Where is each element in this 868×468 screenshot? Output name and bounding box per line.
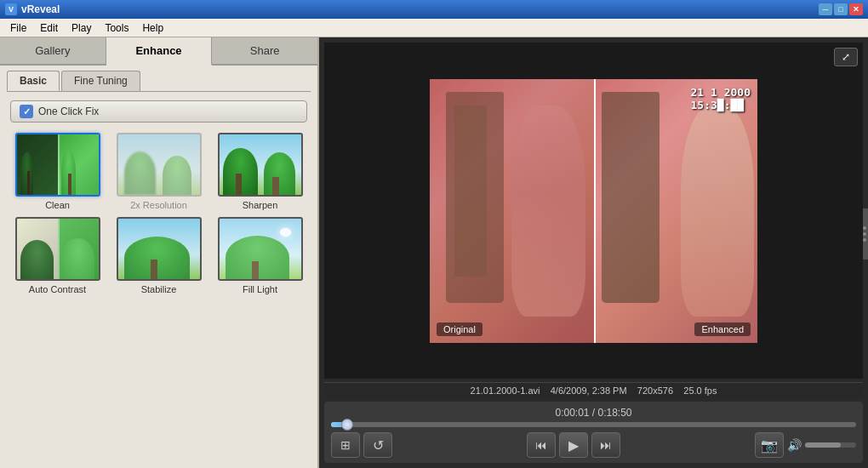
meta-fps: 25.0 fps [683, 385, 717, 396]
video-split-divider [594, 79, 596, 343]
controls-center: ⏮ ▶ ⏭ [527, 432, 620, 458]
top-tabs: Gallery Enhance Share [0, 37, 317, 66]
filter-fill-light[interactable]: Fill Light [213, 217, 307, 294]
maximize-button[interactable]: □ [834, 3, 848, 15]
original-label: Original [437, 322, 483, 336]
filter-resolution: 2x Resolution [111, 133, 206, 210]
main-layout: Gallery Enhance Share Basic Fine Tuning … [0, 37, 868, 468]
controls-right: 📷 🔊 [755, 432, 856, 458]
volume-icon: 🔊 [787, 438, 802, 452]
minimize-button[interactable]: ─ [819, 3, 832, 15]
video-frame: 21 1 2000 15:3█:██ Original Enhanced [430, 79, 757, 343]
playback-area: 0:00:01 / 0:18:50 ⊞ ↺ ⏮ ▶ ⏭ 📷 [324, 402, 863, 463]
meta-filename: 21.01.2000-1.avi [471, 385, 540, 396]
right-panel: ⤢ 21 1 2000 15:3█:██ [319, 37, 868, 468]
tab-gallery[interactable]: Gallery [0, 37, 106, 64]
filter-auto-contrast-label: Auto Contrast [29, 284, 86, 294]
menu-help[interactable]: Help [135, 20, 170, 36]
sub-tab-basic[interactable]: Basic [7, 71, 60, 91]
meta-date: 4/6/2009, 2:38 PM [551, 385, 627, 396]
filter-sharpen-thumb [218, 133, 303, 197]
video-enhanced: 21 1 2000 15:3█:██ [594, 79, 758, 343]
filter-fill-light-label: Fill Light [243, 284, 277, 294]
volume-control[interactable]: 🔊 [787, 438, 856, 452]
filter-auto-contrast-thumb [15, 217, 100, 281]
filter-stabilize-thumb [117, 217, 202, 281]
one-click-fix-label: One Click Fix [38, 106, 99, 117]
menu-play[interactable]: Play [65, 20, 98, 36]
video-original [430, 79, 594, 343]
controls-row: ⊞ ↺ ⏮ ▶ ⏭ 📷 🔊 [331, 432, 856, 458]
title-bar: V vReveal ─ □ ✕ [0, 0, 868, 19]
close-button[interactable]: ✕ [849, 3, 863, 15]
filter-stabilize-label: Stabilize [141, 284, 177, 294]
video-timestamp: 21 1 2000 15:3█:██ [691, 86, 751, 111]
menu-file[interactable]: File [3, 20, 33, 36]
one-click-fix-button[interactable]: ✓ One Click Fix [10, 100, 307, 123]
progress-bar-area[interactable] [331, 422, 856, 427]
grid-view-button[interactable]: ⊞ [331, 432, 360, 458]
video-area: ⤢ 21 1 2000 15:3█:██ [324, 43, 863, 379]
volume-fill [805, 442, 841, 448]
one-click-fix-area: ✓ One Click Fix [0, 92, 317, 129]
play-button[interactable]: ▶ [559, 432, 588, 458]
tab-share[interactable]: Share [212, 37, 317, 64]
volume-bar[interactable] [805, 442, 856, 448]
filter-clean-label: Clean [45, 200, 70, 210]
refresh-button[interactable]: ↺ [363, 432, 392, 458]
sub-tabs: Basic Fine Tuning [0, 66, 317, 91]
filter-fill-light-thumb [218, 217, 303, 281]
forward-button[interactable]: ⏭ [591, 432, 620, 458]
menu-bar: File Edit Play Tools Help [0, 19, 868, 37]
filter-sharpen-label: Sharpen [243, 200, 278, 210]
tree-left-dark [17, 134, 58, 195]
controls-left: ⊞ ↺ [331, 432, 392, 458]
filter-resolution-thumb [117, 133, 202, 197]
window-controls: ─ □ ✕ [819, 3, 863, 15]
filter-stabilize[interactable]: Stabilize [111, 217, 206, 294]
sub-tab-fine-tuning[interactable]: Fine Tuning [61, 71, 140, 91]
enhanced-label: Enhanced [694, 322, 751, 336]
tab-enhance[interactable]: Enhance [106, 37, 213, 66]
filter-sharpen[interactable]: Sharpen [213, 133, 307, 210]
tree-right-bright [58, 134, 99, 195]
person-right [681, 106, 755, 317]
menu-tools[interactable]: Tools [98, 20, 135, 36]
screenshot-button[interactable]: 📷 [755, 432, 784, 458]
menu-edit[interactable]: Edit [33, 20, 65, 36]
left-panel: Gallery Enhance Share Basic Fine Tuning … [0, 37, 319, 468]
filter-clean[interactable]: Clean [10, 133, 105, 210]
checkmark-icon: ✓ [20, 105, 33, 118]
progress-track[interactable] [331, 422, 856, 427]
video-metadata: 21.01.2000-1.avi 4/6/2009, 2:38 PM 720x5… [324, 382, 863, 398]
filter-auto-contrast[interactable]: Auto Contrast [10, 217, 105, 294]
filter-clean-thumb [15, 133, 100, 197]
filter-resolution-label: 2x Resolution [130, 200, 187, 210]
progress-thumb[interactable] [341, 419, 353, 431]
filter-grid: Clean 2x Resolution [0, 129, 317, 298]
app-icon: V [5, 3, 17, 15]
fullscreen-button[interactable]: ⤢ [834, 48, 858, 66]
rewind-button[interactable]: ⏮ [527, 432, 556, 458]
title-text: vReveal [21, 3, 819, 15]
time-display: 0:00:01 / 0:18:50 [331, 407, 856, 419]
meta-resolution: 720x576 [637, 385, 673, 396]
